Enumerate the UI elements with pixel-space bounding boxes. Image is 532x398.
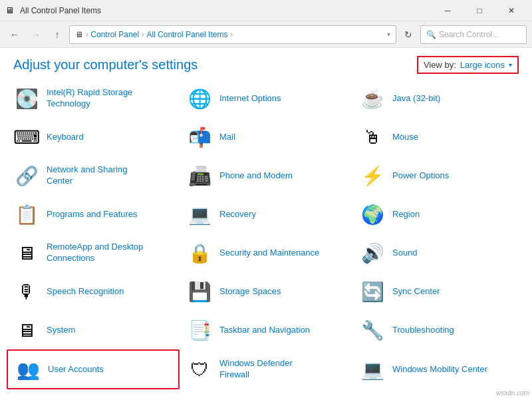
label-troubleshoot[interactable]: Troubleshooting <box>392 325 454 336</box>
icon-mobility: 💻 <box>359 356 386 383</box>
icon-rapid-storage: 💽 <box>13 85 40 112</box>
grid-item-phone[interactable]: 📠Phone and Modem <box>180 156 352 195</box>
grid-item-programs[interactable]: 📋Programs and Features <box>7 195 180 234</box>
back-button[interactable]: ← <box>5 25 24 44</box>
icon-region: 🌍 <box>359 201 386 228</box>
label-java[interactable]: Java (32-bit) <box>392 93 440 104</box>
label-rapid-storage[interactable]: Intel(R) Rapid StorageTechnology <box>47 87 132 110</box>
page-title: Adjust your computer's settings <box>13 57 198 73</box>
grid-item-remoteapp[interactable]: 🖥RemoteApp and DesktopConnections <box>7 234 180 272</box>
grid-item-internet-options[interactable]: 🌐Internet Options <box>180 79 352 118</box>
view-by-arrow: ▾ <box>509 61 512 69</box>
grid-item-troubleshoot[interactable]: 🔧Troubleshooting <box>352 311 525 349</box>
grid-item-sync[interactable]: 🔄Sync Center <box>352 272 525 311</box>
grid-item-user-accounts[interactable]: 👥User Accounts <box>7 349 180 389</box>
icon-keyboard: ⌨ <box>13 124 40 150</box>
label-phone[interactable]: Phone and Modem <box>219 170 293 182</box>
icon-network: 🔗 <box>13 162 40 189</box>
grid-item-keyboard[interactable]: ⌨Keyboard <box>7 118 180 156</box>
grid-item-recovery[interactable]: 💻Recovery <box>180 195 352 234</box>
icon-remoteapp: 🖥 <box>13 240 40 266</box>
close-button[interactable]: ✕ <box>496 0 527 21</box>
label-programs[interactable]: Programs and Features <box>47 209 138 220</box>
label-mail[interactable]: Mail <box>219 132 235 143</box>
label-mobility[interactable]: Windows Mobility Center <box>392 364 487 375</box>
items-grid: 💽Intel(R) Rapid StorageTechnology🌐Intern… <box>0 79 532 398</box>
grid-item-security[interactable]: 🔒Security and Maintenance <box>180 234 352 272</box>
label-power[interactable]: Power Options <box>392 170 449 182</box>
icon-taskbar: 📑 <box>186 317 213 343</box>
label-region[interactable]: Region <box>392 209 420 220</box>
grid-item-rapid-storage[interactable]: 💽Intel(R) Rapid StorageTechnology <box>7 79 180 118</box>
icon-internet-options: 🌐 <box>186 85 213 112</box>
label-mouse[interactable]: Mouse <box>392 132 418 143</box>
icon-security: 🔒 <box>186 240 213 266</box>
view-by-control[interactable]: View by: Large icons ▾ <box>417 56 519 74</box>
grid-item-power[interactable]: ⚡Power Options <box>352 156 525 195</box>
icon-mail: 📬 <box>186 124 213 150</box>
grid-item-region[interactable]: 🌍Region <box>352 195 525 234</box>
icon-windows-defender: 🛡 <box>186 356 213 383</box>
refresh-button[interactable]: ↻ <box>399 25 418 44</box>
icon-java: ☕ <box>359 85 386 112</box>
icon-speech: 🎙 <box>13 278 40 305</box>
label-speech[interactable]: Speech Recognition <box>47 286 124 298</box>
address-bar: ← → ↑ 🖥 › Control Panel › All Control Pa… <box>0 21 532 48</box>
label-security[interactable]: Security and Maintenance <box>219 248 319 259</box>
maximize-button[interactable]: □ <box>464 0 495 21</box>
view-by-label: View by: <box>424 60 456 70</box>
breadcrumb-icon: 🖥 <box>75 30 83 39</box>
up-button[interactable]: ↑ <box>48 25 66 44</box>
grid-item-mouse[interactable]: 🖱Mouse <box>352 118 525 156</box>
icon-system: 🖥 <box>13 317 40 343</box>
icon-recovery: 💻 <box>186 201 213 228</box>
breadcrumb-control-panel[interactable]: Control Panel <box>90 30 139 39</box>
icon-work-folders: 📁 <box>13 395 40 398</box>
grid-item-sound[interactable]: 🔊Sound <box>352 234 525 272</box>
label-internet-options[interactable]: Internet Options <box>219 93 281 104</box>
label-network[interactable]: Network and SharingCenter <box>47 164 127 187</box>
search-placeholder: Search Control... <box>439 30 499 39</box>
address-dropdown[interactable]: ▾ <box>387 31 390 38</box>
label-user-accounts[interactable]: User Accounts <box>48 364 104 375</box>
label-windows-defender[interactable]: Windows DefenderFirewall <box>219 358 293 381</box>
grid-item-storage[interactable]: 💾Storage Spaces <box>180 272 352 311</box>
label-remoteapp[interactable]: RemoteApp and DesktopConnections <box>47 242 143 264</box>
main-content: Adjust your computer's settings View by:… <box>0 48 532 398</box>
search-box[interactable]: 🔍 Search Control... <box>420 25 527 44</box>
title-bar: 🖥 All Control Panel Items ─ □ ✕ <box>0 0 532 21</box>
breadcrumb-all-items[interactable]: All Control Panel Items <box>146 30 227 39</box>
grid-item-system[interactable]: 🖥System <box>7 311 180 349</box>
content-wrapper: Adjust your computer's settings View by:… <box>0 48 532 398</box>
label-sync[interactable]: Sync Center <box>392 286 440 298</box>
label-system[interactable]: System <box>47 325 75 336</box>
watermark: wsxdn.com <box>496 389 529 397</box>
grid-item-network[interactable]: 🔗Network and SharingCenter <box>7 156 180 195</box>
icon-power: ⚡ <box>359 162 386 189</box>
icon-sound: 🔊 <box>359 240 386 266</box>
view-by-value[interactable]: Large icons <box>460 60 505 70</box>
content-header: Adjust your computer's settings View by:… <box>0 48 532 79</box>
window-title: All Control Panel Items <box>20 6 432 15</box>
label-recovery[interactable]: Recovery <box>219 209 256 220</box>
label-keyboard[interactable]: Keyboard <box>47 132 84 143</box>
grid-item-windows-defender[interactable]: 🛡Windows DefenderFirewall <box>180 349 352 389</box>
grid-item-mail[interactable]: 📬Mail <box>180 118 352 156</box>
label-sound[interactable]: Sound <box>392 248 418 259</box>
minimize-button[interactable]: ─ <box>432 0 463 21</box>
grid-item-mobility[interactable]: 💻Windows Mobility Center <box>352 349 525 389</box>
label-storage[interactable]: Storage Spaces <box>219 286 281 298</box>
icon-phone: 📠 <box>186 162 213 189</box>
address-box[interactable]: 🖥 › Control Panel › All Control Panel It… <box>69 25 396 44</box>
icon-sync: 🔄 <box>359 278 386 305</box>
grid-item-work-folders[interactable]: 📁Work Folders <box>7 389 180 398</box>
grid-item-taskbar[interactable]: 📑Taskbar and Navigation <box>180 311 352 349</box>
window-controls: ─ □ ✕ <box>432 0 527 21</box>
label-taskbar[interactable]: Taskbar and Navigation <box>219 325 310 336</box>
forward-button[interactable]: → <box>27 25 45 44</box>
icon-programs: 📋 <box>13 201 40 228</box>
grid-item-speech[interactable]: 🎙Speech Recognition <box>7 272 180 311</box>
grid-item-java[interactable]: ☕Java (32-bit) <box>352 79 525 118</box>
icon-troubleshoot: 🔧 <box>359 317 386 343</box>
icon-mouse: 🖱 <box>359 124 386 150</box>
